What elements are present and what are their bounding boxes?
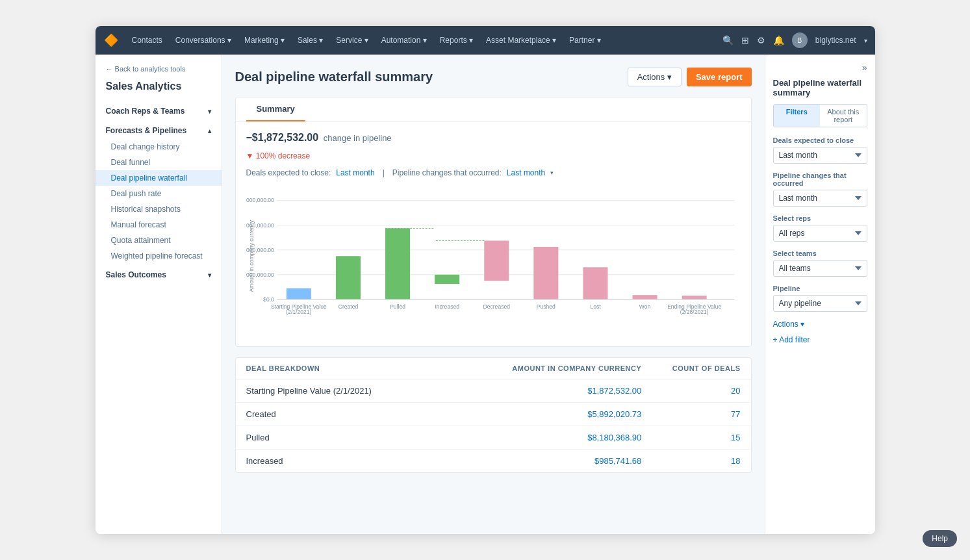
- svg-text:$20,000,000.00: $20,000,000.00: [246, 197, 274, 203]
- svg-text:Increased: Increased: [435, 303, 459, 310]
- sidebar-section-label-forecasts: Forecasts & Pipelines: [106, 126, 187, 135]
- filter-group-expected-close: Deals expected to close Last month This …: [773, 136, 867, 164]
- change-amount: −$1,872,532.00: [246, 132, 319, 143]
- chevron-coach-reps-icon: ▾: [208, 108, 211, 115]
- panel-tab-filters[interactable]: Filters: [774, 105, 821, 127]
- sidebar-item-deal-change-history[interactable]: Deal change history: [96, 139, 222, 155]
- tab-summary[interactable]: Summary: [246, 97, 305, 121]
- filter-value-1-link[interactable]: Last month: [336, 168, 374, 177]
- sidebar-section-sales-outcomes: Sales Outcomes ▾: [96, 266, 222, 283]
- col-header-amount: AMOUNT IN COMPANY CURRENCY: [444, 364, 641, 372]
- filter-separator: |: [383, 168, 385, 177]
- sidebar-item-quota-attainment[interactable]: Quota attainment: [96, 233, 222, 248]
- deal-breakdown-table: DEAL BREAKDOWN AMOUNT IN COMPANY CURRENC…: [235, 357, 752, 473]
- sidebar-section-label-sales-outcomes: Sales Outcomes: [106, 270, 166, 279]
- sidebar-section-header-coach-reps[interactable]: Coach Reps & Teams ▾: [96, 103, 222, 120]
- row-0-count: 20: [641, 386, 740, 396]
- content-area: Deal pipeline waterfall summary Actions …: [222, 55, 765, 534]
- row-0-amount: $1,872,532.00: [444, 386, 641, 396]
- table-header-row: DEAL BREAKDOWN AMOUNT IN COMPANY CURRENC…: [236, 358, 751, 379]
- svg-text:(2/1/2021): (2/1/2021): [286, 309, 311, 315]
- row-2-count: 15: [641, 433, 740, 442]
- panel-tabs: Filters About this report: [773, 104, 867, 127]
- save-report-button[interactable]: Save report: [687, 68, 752, 86]
- row-0-label: Starting Pipeline Value (2/1/2021): [246, 386, 444, 396]
- svg-text:$0.0: $0.0: [263, 296, 274, 303]
- sidebar: ← Back to analytics tools Sales Analytic…: [96, 55, 222, 534]
- filter-group-pipeline-changes: Pipeline changes that occurred Last mont…: [773, 172, 867, 207]
- filter-value-2-link[interactable]: Last month: [507, 168, 545, 177]
- nav-reports[interactable]: Reports ▾: [435, 33, 478, 47]
- panel-section-title: Deal pipeline waterfall summary: [773, 78, 867, 97]
- add-filter-link[interactable]: + Add filter: [773, 335, 867, 344]
- panel-tab-about[interactable]: About this report: [820, 105, 867, 127]
- search-icon[interactable]: 🔍: [722, 35, 734, 45]
- sidebar-item-deal-funnel[interactable]: Deal funnel: [96, 155, 222, 170]
- sidebar-item-deal-push-rate[interactable]: Deal push rate: [96, 186, 222, 201]
- filter-select-expected-close[interactable]: Last month This month Next month: [773, 147, 867, 164]
- chart-container: $20,000,000.00 $15,000,000.00 $10,000,00…: [246, 188, 741, 331]
- nav-contacts[interactable]: Contacts: [127, 33, 168, 47]
- hubspot-logo[interactable]: 🔶: [103, 32, 119, 48]
- row-3-label: Increased: [246, 456, 444, 466]
- sidebar-title: Sales Analytics: [96, 81, 222, 103]
- sidebar-section-coach-reps: Coach Reps & Teams ▾: [96, 103, 222, 120]
- filter-select-reps[interactable]: All reps: [773, 225, 867, 242]
- row-1-amount: $5,892,020.73: [444, 409, 641, 419]
- bar-won: [632, 295, 657, 299]
- nav-user-chevron[interactable]: ▾: [864, 37, 867, 44]
- svg-text:Decreased: Decreased: [483, 303, 510, 310]
- settings-icon[interactable]: ⚙: [757, 35, 765, 45]
- filter-select-pipeline[interactable]: Any pipeline: [773, 295, 867, 312]
- sidebar-item-historical-snapshots[interactable]: Historical snapshots: [96, 201, 222, 217]
- nav-marketing[interactable]: Marketing ▾: [239, 33, 290, 47]
- svg-text:Won: Won: [639, 303, 650, 310]
- apps-icon[interactable]: ⊞: [741, 35, 749, 45]
- row-3-amount: $985,741.68: [444, 456, 641, 466]
- panel-actions-link[interactable]: Actions ▾: [773, 320, 867, 329]
- nav-partner[interactable]: Partner ▾: [564, 33, 606, 47]
- row-3-count: 18: [641, 456, 740, 466]
- nav-asset-marketplace[interactable]: Asset Marketplace ▾: [481, 33, 561, 47]
- bar-lost: [583, 267, 607, 299]
- report-card: Summary −$1,872,532.00 change in pipelin…: [235, 97, 752, 347]
- sidebar-section-header-sales-outcomes[interactable]: Sales Outcomes ▾: [96, 266, 222, 283]
- nav-automation[interactable]: Automation ▾: [376, 33, 432, 47]
- table-row: Pulled $8,180,368.90 15: [236, 426, 751, 450]
- svg-text:Amount in company currency: Amount in company currency: [248, 220, 255, 292]
- bar-pushed: [533, 247, 558, 299]
- waterfall-chart: $20,000,000.00 $15,000,000.00 $10,000,00…: [246, 188, 741, 331]
- filter-prefix-1: Deals expected to close:: [246, 168, 331, 177]
- svg-text:Pulled: Pulled: [390, 303, 405, 310]
- back-to-analytics-link[interactable]: ← Back to analytics tools: [96, 65, 222, 81]
- filter-select-pipeline-changes[interactable]: Last month: [773, 190, 867, 207]
- actions-button[interactable]: Actions ▾: [628, 68, 682, 86]
- nav-conversations[interactable]: Conversations ▾: [170, 33, 236, 47]
- filter-select-teams[interactable]: All teams: [773, 260, 867, 277]
- avatar[interactable]: B: [792, 32, 808, 48]
- row-2-amount: $8,180,368.90: [444, 433, 641, 442]
- report-body: −$1,872,532.00 change in pipeline ▼ 100%…: [236, 121, 751, 346]
- sidebar-item-deal-pipeline-waterfall[interactable]: Deal pipeline waterfall: [96, 170, 222, 186]
- filter-label-teams: Select teams: [773, 249, 867, 257]
- sidebar-section-forecasts: Forecasts & Pipelines ▴ Deal change hist…: [96, 122, 222, 264]
- report-tabs: Summary: [236, 97, 751, 121]
- sidebar-section-header-forecasts[interactable]: Forecasts & Pipelines ▴: [96, 122, 222, 139]
- nav-service[interactable]: Service ▾: [331, 33, 373, 47]
- nav-sales[interactable]: Sales ▾: [292, 33, 328, 47]
- help-button[interactable]: Help: [923, 530, 957, 547]
- page-title: Deal pipeline waterfall summary: [235, 70, 433, 84]
- sidebar-item-weighted-pipeline-forecast[interactable]: Weighted pipeline forecast: [96, 248, 222, 264]
- col-header-deal: DEAL BREAKDOWN: [246, 364, 444, 372]
- svg-text:Lost: Lost: [590, 303, 601, 310]
- collapse-icon[interactable]: »: [862, 62, 867, 73]
- row-1-count: 77: [641, 409, 740, 419]
- panel-collapse: »: [773, 62, 867, 73]
- table-row: Starting Pipeline Value (2/1/2021) $1,87…: [236, 379, 751, 403]
- filter-dropdown-icon: ▾: [550, 170, 554, 176]
- sidebar-item-manual-forecast[interactable]: Manual forecast: [96, 217, 222, 233]
- notifications-icon[interactable]: 🔔: [773, 35, 784, 45]
- nav-user-label[interactable]: biglytics.net: [815, 36, 856, 45]
- svg-text:(2/28/2021): (2/28/2021): [680, 309, 708, 315]
- bar-created: [335, 256, 360, 299]
